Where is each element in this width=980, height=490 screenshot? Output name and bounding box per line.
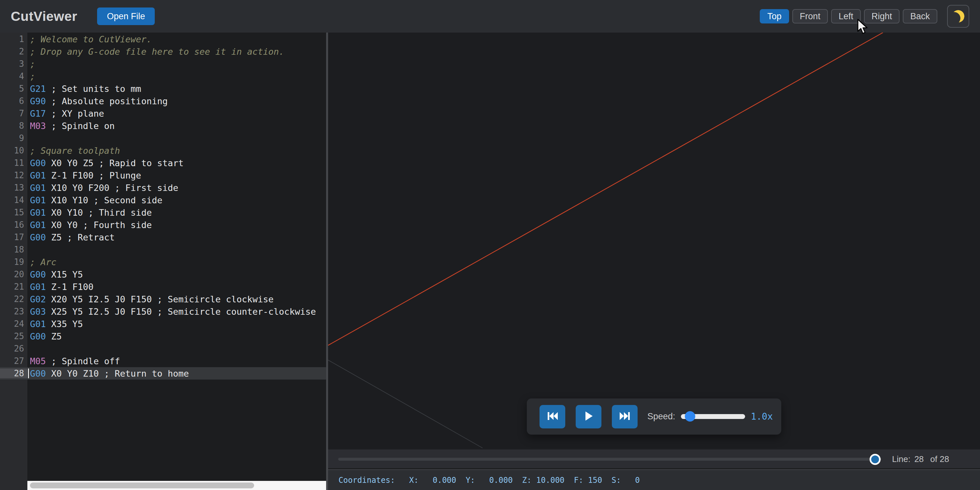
- line-number: 24: [0, 319, 27, 329]
- code-line[interactable]: 28G00 X0 Y0 Z10 ; Return to home: [0, 367, 326, 380]
- line-number: 21: [0, 282, 27, 291]
- view-button-group: Top Front Left Right Back: [760, 9, 937, 24]
- line-number: 27: [0, 356, 27, 366]
- line-number: 10: [0, 146, 27, 155]
- code-line[interactable]: 3;: [0, 58, 326, 70]
- code-text: ;: [27, 59, 35, 69]
- code-line[interactable]: 15G01 X0 Y10 ; Third side: [0, 206, 326, 219]
- line-number: 12: [0, 170, 27, 180]
- speed-slider-thumb[interactable]: [685, 411, 695, 422]
- line-current-value[interactable]: 28: [914, 454, 924, 464]
- code-line[interactable]: 26: [0, 342, 326, 355]
- code-line[interactable]: 18: [0, 243, 326, 256]
- cut-path-line: [328, 33, 883, 345]
- code-text: G00 X0 Y0 Z10 ; Return to home: [27, 369, 189, 379]
- code-line[interactable]: 17G00 Z5 ; Retract: [0, 231, 326, 243]
- text-caret: [28, 369, 29, 378]
- line-number: 25: [0, 331, 27, 341]
- code-line[interactable]: 7G17 ; XY plane: [0, 107, 326, 119]
- line-progress-thumb[interactable]: [870, 454, 881, 465]
- code-line[interactable]: 20G00 X15 Y5: [0, 268, 326, 280]
- theme-toggle-button[interactable]: [947, 5, 969, 28]
- line-number: 19: [0, 257, 27, 267]
- speed-slider[interactable]: [681, 414, 745, 419]
- line-number: 9: [0, 133, 27, 143]
- code-line[interactable]: 10; Square toolpath: [0, 144, 326, 157]
- code-line[interactable]: 21G01 Z-1 F100: [0, 280, 326, 293]
- code-text: G00 X15 Y5: [27, 269, 83, 280]
- code-text: ;: [27, 72, 35, 81]
- editor-horizontal-scrollbar[interactable]: [27, 481, 326, 490]
- code-line[interactable]: 24G01 X35 Y5: [0, 318, 326, 330]
- code-line[interactable]: 27M05 ; Spindle off: [0, 355, 326, 367]
- code-text: G00 Z5: [27, 331, 62, 341]
- line-number: 23: [0, 307, 27, 317]
- code-text: ; Square toolpath: [27, 146, 120, 156]
- toolpath-viewport[interactable]: [328, 33, 980, 449]
- code-text: G01 X10 Y0 F200 ; First side: [27, 183, 178, 193]
- line-total: of 28: [930, 454, 949, 464]
- code-text: G03 X25 Y5 I2.5 J0 F150 ; Semicircle cou…: [27, 307, 316, 317]
- view-button-top[interactable]: Top: [760, 9, 789, 24]
- code-line[interactable]: 19; Arc: [0, 256, 326, 268]
- line-number: 8: [0, 121, 27, 130]
- app-title: CutViewer: [11, 9, 77, 24]
- code-line[interactable]: 13G01 X10 Y0 F200 ; First side: [0, 181, 326, 194]
- open-file-button[interactable]: Open File: [97, 8, 155, 25]
- line-number: 18: [0, 245, 27, 255]
- code-text: G17 ; XY plane: [27, 108, 104, 119]
- line-number: 11: [0, 158, 27, 168]
- status-bar: Coordinates: X: 0.000 Y: 0.000 Z: 10.000…: [328, 469, 980, 490]
- playback-panel: Speed: 1.0x: [527, 398, 781, 434]
- line-number: 1: [0, 34, 27, 44]
- code-line[interactable]: 9: [0, 132, 326, 144]
- code-line[interactable]: 25G00 Z5: [0, 330, 326, 342]
- code-text: G01 X10 Y10 ; Second side: [27, 195, 162, 205]
- code-line[interactable]: 2; Drop any G-code file here to see it i…: [0, 45, 326, 58]
- code-line[interactable]: 5G21 ; Set units to mm: [0, 83, 326, 95]
- code-text: G01 X35 Y5: [27, 319, 83, 329]
- code-text: G90 ; Absolute positioning: [27, 96, 168, 106]
- skip-to-start-button[interactable]: [539, 405, 565, 428]
- code-line[interactable]: 12G01 Z-1 F100 ; Plunge: [0, 169, 326, 181]
- code-text: G01 X0 Y10 ; Third side: [27, 208, 152, 218]
- line-number: 5: [0, 84, 27, 94]
- line-number: 26: [0, 344, 27, 353]
- view-button-back[interactable]: Back: [903, 9, 937, 24]
- code-text: G02 X20 Y5 I2.5 J0 F150 ; Semicircle clo…: [27, 294, 274, 304]
- view-button-right[interactable]: Right: [864, 9, 899, 24]
- skip-to-end-icon: [619, 412, 630, 422]
- code-line[interactable]: 6G90 ; Absolute positioning: [0, 95, 326, 107]
- speed-value: 1.0x: [751, 411, 773, 422]
- code-line[interactable]: 16G01 X0 Y0 ; Fourth side: [0, 219, 326, 231]
- code-line[interactable]: 23G03 X25 Y5 I2.5 J0 F150 ; Semicircle c…: [0, 305, 326, 318]
- code-line[interactable]: 14G01 X10 Y10 ; Second side: [0, 194, 326, 206]
- line-number: 20: [0, 269, 27, 279]
- code-line[interactable]: 22G02 X20 Y5 I2.5 J0 F150 ; Semicircle c…: [0, 293, 326, 305]
- line-number: 4: [0, 72, 27, 81]
- line-progress-slider[interactable]: [338, 458, 881, 461]
- view-button-left[interactable]: Left: [831, 9, 861, 24]
- code-line[interactable]: 1; Welcome to CutViewer.: [0, 33, 326, 45]
- view-button-front[interactable]: Front: [792, 9, 828, 24]
- line-indicator: Line: 28 of 28: [892, 450, 949, 469]
- code-line[interactable]: 8M03 ; Spindle on: [0, 119, 326, 132]
- horizontal-scrollbar-thumb[interactable]: [30, 482, 254, 488]
- code-text: ; Drop any G-code file here to see it in…: [27, 46, 284, 57]
- code-text: G00 X0 Y0 Z5 ; Rapid to start: [27, 158, 183, 168]
- code-text: ; Arc: [27, 257, 56, 267]
- line-number: 28: [0, 369, 27, 378]
- axis-faint-line: [328, 360, 482, 448]
- play-button[interactable]: [576, 405, 601, 428]
- code-line[interactable]: 4;: [0, 70, 326, 83]
- code-text: G01 X0 Y0 ; Fourth side: [27, 220, 152, 230]
- line-number: 2: [0, 46, 27, 56]
- line-number: 6: [0, 96, 27, 106]
- code-text: G21 ; Set units to mm: [27, 84, 141, 94]
- gcode-editor[interactable]: 1; Welcome to CutViewer.2; Drop any G-co…: [0, 33, 326, 490]
- code-text: M03 ; Spindle on: [27, 121, 115, 131]
- skip-to-start-icon: [547, 412, 558, 422]
- skip-to-end-button[interactable]: [612, 405, 638, 428]
- top-bar: CutViewer Open File Top Front Left Right…: [0, 0, 980, 33]
- code-line[interactable]: 11G00 X0 Y0 Z5 ; Rapid to start: [0, 157, 326, 169]
